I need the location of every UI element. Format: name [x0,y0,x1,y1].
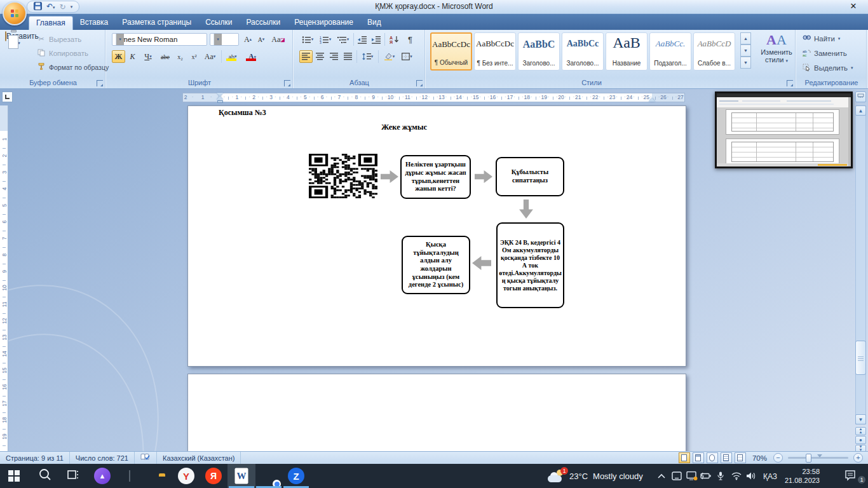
clear-formatting-button[interactable]: Aa◪ [271,33,286,46]
tab-mailings[interactable]: Рассылки [239,16,287,30]
flow-box-suggest[interactable]: Қысқа тұйықталудың алдын алу жолдарын ұс… [402,236,470,294]
align-right-button[interactable] [327,50,341,63]
format-painter-button[interactable]: Формат по образцу [37,63,109,72]
style-heading2[interactable]: AaBbCc Заголово... [562,32,604,71]
style-no-spacing[interactable]: AaBbCcDc ¶ Без инте... [474,32,516,71]
tablet-mode-icon[interactable] [672,471,682,480]
next-page-icon[interactable]: ▼▼ [855,445,866,451]
flow-arrow-down[interactable] [518,200,534,219]
font-size-dropdown-icon[interactable]: ▾ [214,34,222,45]
tab-insert[interactable]: Вставка [73,16,116,30]
display-icon[interactable] [686,471,698,481]
cut-button[interactable]: ✂ Вырезать [37,35,81,43]
z-app-icon[interactable]: Z [288,468,304,484]
notification-center-icon[interactable]: 1 [844,470,863,482]
outline-view-button[interactable] [721,452,732,463]
font-family-combo[interactable]: Times New Roman▾ [112,33,207,46]
multilevel-list-button[interactable]: ▾ [335,33,351,46]
wifi-icon[interactable] [731,472,742,480]
flow-box-question[interactable]: Неліктен ұзартқыш дұрыс жұмыс жасап тұры… [400,155,471,199]
tab-home[interactable]: Главная [29,16,73,30]
font-color-dropdown-icon[interactable]: ▾ [254,54,257,60]
print-layout-view-button[interactable] [679,452,690,463]
paste-button[interactable]: Вставить ▾ [5,32,33,79]
alice-icon[interactable]: ▲ [94,468,111,484]
find-button[interactable]: Найти▾ [802,34,840,43]
vertical-scrollbar[interactable]: ▲ ▼ ▲▲ ● ▼▼ [855,92,867,451]
styles-scroll-down-icon[interactable]: ▼ [740,44,751,57]
bullets-button[interactable]: ▾ [299,33,316,46]
align-center-button[interactable] [313,50,327,63]
numbering-button[interactable]: 123▾ [317,33,334,46]
window-preview-thumbnail[interactable] [715,92,853,168]
copy-button[interactable]: Копировать [37,49,88,58]
sort-button[interactable]: АЯ [387,33,402,46]
highlight-button[interactable]: ab▾ [224,50,241,63]
line-spacing-button[interactable]: ▾ [359,50,376,63]
style-title[interactable]: АаВ Название [606,32,648,71]
word-count[interactable]: Число слов: 721 [70,452,135,464]
web-layout-view-button[interactable] [707,452,718,463]
zoom-level[interactable]: 70% [752,454,767,462]
clipboard-dialog-launcher[interactable] [97,80,103,86]
shading-button[interactable]: ▾ [381,50,398,63]
show-paragraph-marks-button[interactable]: ¶ [403,33,417,46]
style-subtle-emphasis[interactable]: AaBbCcD Слабое в... [693,32,735,71]
zoom-in-icon[interactable]: + [853,453,863,463]
page-indicator[interactable]: Страница: 9 из 11 [0,452,70,464]
increase-indent-button[interactable] [370,33,383,46]
zoom-slider-thumb[interactable] [806,454,811,463]
font-color-button[interactable]: A▾ [243,50,261,63]
scroll-down-icon[interactable]: ▼ [855,414,866,424]
draft-view-button[interactable] [735,452,746,463]
flow-arrow-left[interactable] [472,255,491,271]
microphone-icon[interactable] [717,471,724,481]
zoom-slider[interactable] [788,457,848,459]
bold-button[interactable]: Ж [112,50,125,63]
hanging-indent-marker[interactable] [217,96,223,100]
tab-references[interactable]: Ссылки [198,16,239,30]
scroll-up-icon[interactable]: ▲ [855,105,866,116]
change-styles-button[interactable]: AA Изменить стили ▾ [759,32,794,84]
grow-font-button[interactable]: A▴ [241,33,254,46]
underline-dropdown-icon[interactable]: ▾ [149,54,152,59]
change-case-button[interactable]: Aa▾ [201,50,219,63]
flow-box-describe[interactable]: Құбылысты сипаттаңыз [496,157,564,196]
vertical-ruler[interactable]: 12345678910111213141516171819 [0,105,8,451]
qr-code[interactable] [309,154,377,198]
scrollbar-track[interactable] [855,105,866,424]
styles-scroll-up-icon[interactable]: ▲ [740,32,751,44]
office-button[interactable] [3,1,27,25]
start-button[interactable] [8,470,20,482]
select-button[interactable]: Выделить▾ [802,64,853,72]
clock[interactable]: 23:58 21.08.2023 [775,467,820,485]
style-subtitle[interactable]: AaBbCc. Подзагол... [649,32,691,71]
underline-button[interactable]: Ч▾ [140,50,156,63]
highlight-dropdown-icon[interactable]: ▾ [234,54,237,59]
close-icon[interactable]: ✕ [845,1,862,12]
flow-arrow-right-1[interactable] [381,169,398,184]
align-left-button[interactable] [299,50,313,63]
tab-page-layout[interactable]: Разметка страницы [115,16,198,30]
task-view-button[interactable] [67,468,79,484]
change-case-dropdown-icon[interactable]: ▾ [214,54,216,59]
language-indicator[interactable]: Казахский (Казахстан) [157,452,241,464]
flow-arrow-right-2[interactable] [475,169,492,184]
tab-review[interactable]: Рецензирование [287,16,360,30]
styles-dialog-launcher[interactable] [787,80,793,86]
spellcheck-status[interactable] [135,452,157,464]
italic-button[interactable]: K [126,50,139,63]
paragraph-dialog-launcher[interactable] [416,80,423,86]
left-indent-marker[interactable] [217,100,223,103]
weather-widget[interactable]: 1 23°C Mostly cloudy [548,464,643,488]
previous-page-icon[interactable]: ▲▲ [855,427,866,435]
subscript-button[interactable]: x₂ [173,50,187,63]
search-button[interactable] [38,468,52,484]
style-heading1[interactable]: AaBbC Заголово... [518,32,560,71]
zoom-out-icon[interactable]: − [773,453,783,463]
horizontal-ruler[interactable]: 2·1···1··2··3··4··5··6··7··8··9··10··11·… [182,93,685,102]
styles-more-icon[interactable]: ▼ [740,57,751,69]
fullscreen-view-button[interactable] [693,452,704,463]
justify-button[interactable] [341,50,355,63]
font-size-combo[interactable]: 14▾ [210,33,239,46]
